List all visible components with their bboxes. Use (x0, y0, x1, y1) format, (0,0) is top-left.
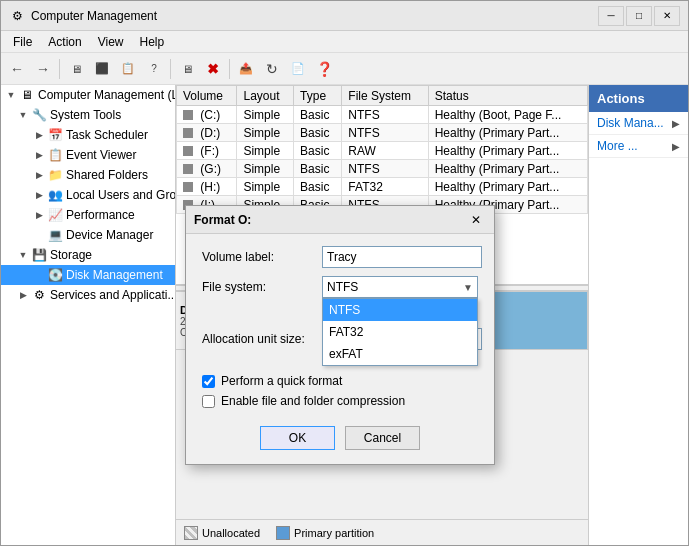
cell-type: Basic (294, 142, 342, 160)
sidebar-item-local-users[interactable]: ▶ 👥 Local Users and Gro... (1, 185, 175, 205)
menu-help[interactable]: Help (132, 33, 173, 51)
actions-item-more[interactable]: More ... ▶ (589, 135, 688, 158)
cell-type: Basic (294, 178, 342, 196)
sidebar-item-task-scheduler[interactable]: ▶ 📅 Task Scheduler (1, 125, 175, 145)
menu-view[interactable]: View (90, 33, 132, 51)
dialog-buttons: OK Cancel (186, 418, 494, 464)
disk-mgmt-icon: 💽 (47, 267, 63, 283)
sidebar-label-task-scheduler: Task Scheduler (66, 128, 148, 142)
volume-label-row: Volume label: (202, 246, 478, 268)
toolbar-btn-1[interactable]: 🖥 (64, 57, 88, 81)
ok-button[interactable]: OK (260, 426, 335, 450)
col-filesystem: File System (342, 86, 428, 106)
quick-format-checkbox[interactable] (202, 375, 215, 388)
filesystem-label-text: File system: (202, 280, 322, 294)
sidebar-label-storage: Storage (50, 248, 92, 262)
sidebar-item-system-tools[interactable]: ▼ 🔧 System Tools (1, 105, 175, 125)
legend-color-primary (276, 526, 290, 540)
volume-label-input[interactable] (322, 246, 482, 268)
expand-icon: ▶ (15, 287, 31, 303)
storage-icon: 💾 (31, 247, 47, 263)
option-ntfs[interactable]: NTFS (323, 299, 477, 321)
filesystem-row: File system: NTFS ▼ NTFS FAT32 exFAT (202, 276, 478, 298)
filesystem-selected-value: NTFS (327, 280, 358, 294)
toolbar-btn-4[interactable]: ? (142, 57, 166, 81)
dialog-close-button[interactable]: ✕ (466, 211, 486, 229)
table-row[interactable]: (G:) Simple Basic NTFS Healthy (Primary … (177, 160, 588, 178)
system-tools-icon: 🔧 (31, 107, 47, 123)
sidebar-item-services[interactable]: ▶ ⚙ Services and Applicati... (1, 285, 175, 305)
sidebar-label-shared-folders: Shared Folders (66, 168, 148, 182)
expand-icon: ▶ (31, 207, 47, 223)
filesystem-dropdown[interactable]: NTFS ▼ (322, 276, 478, 298)
device-manager-icon: 💻 (47, 227, 63, 243)
compression-label: Enable file and folder compression (221, 394, 405, 408)
sidebar-item-computer-mgmt[interactable]: ▼ 🖥 Computer Management (L (1, 85, 175, 105)
legend-label-primary: Primary partition (294, 527, 374, 539)
sidebar-item-storage[interactable]: ▼ 💾 Storage (1, 245, 175, 265)
sidebar-item-shared-folders[interactable]: ▶ 📁 Shared Folders (1, 165, 175, 185)
quick-format-row: Perform a quick format (202, 374, 478, 388)
toolbar-btn-3[interactable]: 📋 (116, 57, 140, 81)
col-volume: Volume (177, 86, 237, 106)
actions-item-disk-mana[interactable]: Disk Mana... ▶ (589, 112, 688, 135)
table-row[interactable]: (D:) Simple Basic NTFS Healthy (Primary … (177, 124, 588, 142)
cell-type: Basic (294, 160, 342, 178)
toolbar-btn-2[interactable]: ⬛ (90, 57, 114, 81)
option-exfat[interactable]: exFAT (323, 343, 477, 365)
cell-layout: Simple (237, 106, 294, 124)
sidebar-label-computer-mgmt: Computer Management (L (38, 88, 176, 102)
menu-action[interactable]: Action (40, 33, 89, 51)
event-viewer-icon: 📋 (47, 147, 63, 163)
table-row[interactable]: (H:) Simple Basic FAT32 Healthy (Primary… (177, 178, 588, 196)
format-dialog: Format O: ✕ Volume label: File system: N… (185, 205, 495, 465)
sidebar-label-performance: Performance (66, 208, 135, 222)
cell-filesystem: RAW (342, 142, 428, 160)
close-button[interactable]: ✕ (654, 6, 680, 26)
legend-unallocated: Unallocated (184, 526, 260, 540)
legend-label-unallocated: Unallocated (202, 527, 260, 539)
sidebar-item-disk-management[interactable]: 💽 Disk Management (1, 265, 175, 285)
legend-primary: Primary partition (276, 526, 374, 540)
properties-button[interactable]: 📄 (286, 57, 310, 81)
cell-volume: (F:) (177, 142, 237, 160)
back-button[interactable]: ← (5, 57, 29, 81)
delete-button[interactable]: ✖ (201, 57, 225, 81)
sidebar-label-device-manager: Device Manager (66, 228, 153, 242)
actions-header: Actions (589, 85, 688, 112)
export-button[interactable]: 📤 (234, 57, 258, 81)
main-window: ⚙ Computer Management ─ □ ✕ File Action … (0, 0, 689, 546)
dropdown-arrow-icon: ▼ (463, 282, 473, 293)
expand-icon: ▶ (31, 127, 47, 143)
sidebar-item-device-manager[interactable]: 💻 Device Manager (1, 225, 175, 245)
forward-button[interactable]: → (31, 57, 55, 81)
sidebar-item-performance[interactable]: ▶ 📈 Performance (1, 205, 175, 225)
col-status: Status (428, 86, 587, 106)
minimize-button[interactable]: ─ (598, 6, 624, 26)
actions-arrow-disk-mana: ▶ (672, 118, 680, 129)
option-fat32[interactable]: FAT32 (323, 321, 477, 343)
maximize-button[interactable]: □ (626, 6, 652, 26)
compression-checkbox[interactable] (202, 395, 215, 408)
sidebar: ▼ 🖥 Computer Management (L ▼ 🔧 System To… (1, 85, 176, 545)
table-row[interactable]: (F:) Simple Basic RAW Healthy (Primary P… (177, 142, 588, 160)
cell-layout: Simple (237, 124, 294, 142)
local-users-icon: 👥 (47, 187, 63, 203)
menu-file[interactable]: File (5, 33, 40, 51)
services-icon: ⚙ (31, 287, 47, 303)
sidebar-item-event-viewer[interactable]: ▶ 📋 Event Viewer (1, 145, 175, 165)
dialog-body: Volume label: File system: NTFS ▼ NTFS F… (186, 234, 494, 370)
new-window-button[interactable]: 🖥 (175, 57, 199, 81)
cell-layout: Simple (237, 160, 294, 178)
title-text: Computer Management (31, 9, 598, 23)
help-button[interactable]: ❓ (312, 57, 336, 81)
sidebar-label-event-viewer: Event Viewer (66, 148, 136, 162)
cell-filesystem: NTFS (342, 124, 428, 142)
cancel-button[interactable]: Cancel (345, 426, 420, 450)
cell-type: Basic (294, 124, 342, 142)
table-row[interactable]: (C:) Simple Basic NTFS Healthy (Boot, Pa… (177, 106, 588, 124)
toolbar: ← → 🖥 ⬛ 📋 ? 🖥 ✖ 📤 ↻ 📄 ❓ (1, 53, 688, 85)
col-layout: Layout (237, 86, 294, 106)
refresh-button[interactable]: ↻ (260, 57, 284, 81)
allocation-label-text: Allocation unit size: (202, 332, 322, 346)
